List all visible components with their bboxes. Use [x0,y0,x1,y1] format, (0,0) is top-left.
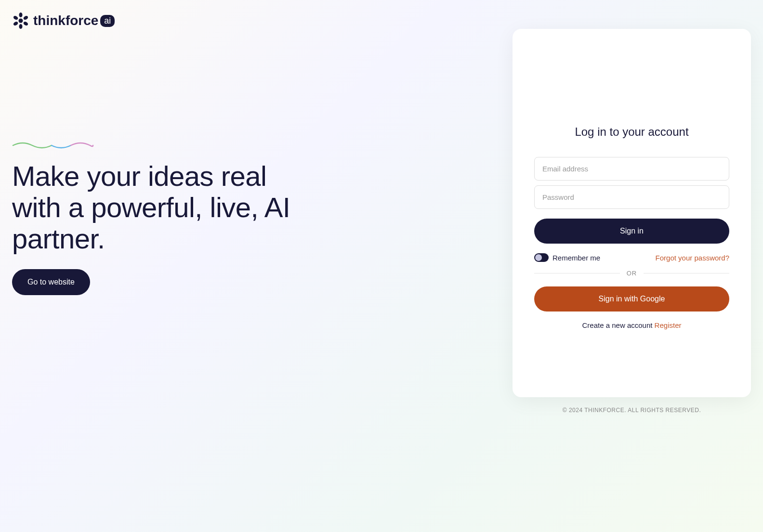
hero-section: Make your ideas real with a powerful, li… [12,140,301,295]
wavy-decoration-icon [12,140,94,149]
password-field[interactable] [534,185,729,209]
form-options-row: Remember me Forgot your password? [534,253,729,262]
hero-headline: Make your ideas real with a powerful, li… [12,161,301,255]
signin-google-button[interactable]: Sign in with Google [534,286,729,311]
svg-point-4 [19,24,23,29]
signin-button[interactable]: Sign in [534,219,729,244]
divider-label: OR [620,270,644,277]
svg-point-0 [19,19,23,23]
divider: OR [534,270,729,277]
forgot-password-link[interactable]: Forgot your password? [656,254,729,262]
svg-point-3 [23,21,28,26]
remember-me-group: Remember me [534,253,600,262]
go-to-website-button[interactable]: Go to website [12,269,90,295]
svg-point-6 [13,15,19,20]
login-title: Log in to your account [534,125,729,139]
svg-point-5 [13,21,19,26]
register-prompt: Create a new account [582,321,655,329]
logo-text: thinkforce ai [33,13,115,28]
remember-me-toggle[interactable] [534,253,549,262]
brand-badge: ai [100,15,115,27]
register-link[interactable]: Register [655,321,682,329]
svg-point-1 [19,13,23,17]
header: thinkforce ai [12,12,115,29]
login-card: Log in to your account Sign in Remember … [513,29,751,397]
footer-copyright: © 2024 THINKFORCE. ALL RIGHTS RESERVED. [513,407,751,414]
register-row: Create a new account Register [534,321,729,329]
email-field[interactable] [534,157,729,181]
svg-point-2 [23,15,28,20]
brand-name: thinkforce [33,13,98,28]
logo-icon [12,12,29,29]
remember-me-label: Remember me [553,254,600,262]
